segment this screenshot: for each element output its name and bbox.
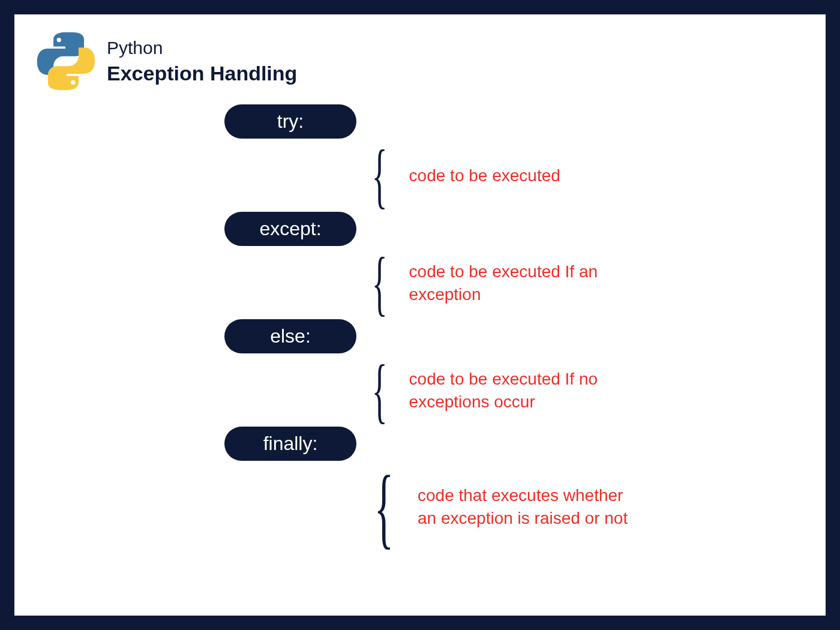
subtitle: Python — [107, 38, 297, 58]
keyword-label: finally: — [263, 433, 318, 455]
keyword-pill-try: try: — [224, 104, 356, 139]
curly-brace-icon: { — [374, 462, 394, 552]
block-else: else: { code to be executed If no except… — [224, 319, 704, 427]
description-row: { code to be executed If an exception — [362, 247, 704, 319]
description-text: code to be executed If an exception — [409, 260, 637, 306]
description-row: { code to be executed If no exceptions o… — [362, 355, 704, 427]
title-block: Python Exception Handling — [107, 38, 297, 85]
header: Python Exception Handling — [36, 31, 297, 91]
description-text: code that executes whether an exception … — [418, 484, 646, 530]
curly-brace-icon: { — [372, 355, 388, 427]
curly-brace-icon: { — [372, 247, 388, 319]
block-try: try: { code to be executed — [224, 104, 704, 212]
keyword-pill-else: else: — [224, 319, 356, 353]
description-row: { code to be executed — [362, 140, 704, 212]
description-text: code to be executed — [409, 164, 560, 187]
keyword-pill-finally: finally: — [224, 427, 356, 461]
block-finally: finally: { code that executes whether an… — [224, 427, 704, 552]
block-except: except: { code to be executed If an exce… — [224, 212, 704, 319]
diagram: try: { code to be executed except: { cod… — [224, 104, 704, 552]
title: Exception Handling — [107, 62, 297, 85]
page-canvas: Python Exception Handling try: { code to… — [14, 14, 826, 616]
description-row: { code that executes whether an exceptio… — [362, 462, 704, 552]
keyword-pill-except: except: — [224, 212, 356, 246]
keyword-label: else: — [270, 325, 311, 347]
curly-brace-icon: { — [372, 140, 388, 212]
description-text: code to be executed If no exceptions occ… — [409, 368, 637, 413]
keyword-label: try: — [277, 110, 304, 133]
python-logo-icon — [36, 31, 96, 91]
keyword-label: except: — [259, 218, 321, 240]
